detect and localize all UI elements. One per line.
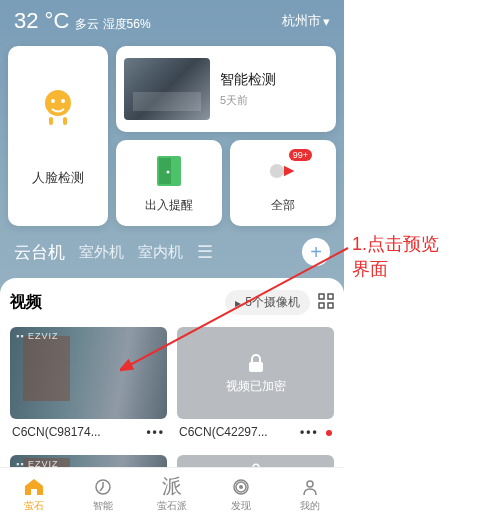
video-title-1: C6CN(C98174... [12,425,101,439]
feature-cards: 人脸检测 智能检测 5天前 出入提醒 [0,38,344,226]
camera-count-pill[interactable]: ▸ 5个摄像机 [225,290,310,315]
video-card-2[interactable]: 视频已加密 C6CN(C42297... ••• [177,327,334,445]
face-detect-label: 人脸检测 [32,169,84,187]
svg-rect-12 [328,303,333,308]
nav-smart-label: 智能 [93,499,113,513]
nav-mine[interactable]: 我的 [275,468,344,521]
camera-count: 5个摄像机 [245,294,300,311]
pai-icon: 派 [162,477,182,497]
locked-text: 视频已加密 [226,378,286,395]
annotation-line2: 界面 [352,257,439,282]
temperature: 32 °C [14,8,69,34]
smart-detect-card[interactable]: 智能检测 5天前 [116,46,336,132]
menu-icon[interactable]: ☰ [197,241,213,263]
svg-point-1 [51,99,55,103]
person-icon [301,477,319,497]
phone-screen: 32 °C 多云 湿度56% 杭州市 ▾ 人脸检测 智能检测 5天前 [0,0,344,521]
nav-home-label: 萤石 [24,499,44,513]
detect-time: 5天前 [220,93,276,108]
sheet-title: 视频 [10,292,42,313]
tab-outdoor[interactable]: 室外机 [79,243,124,262]
face-detect-card[interactable]: 人脸检测 [8,46,108,226]
svg-rect-13 [249,362,263,372]
add-button[interactable]: + [302,238,330,266]
svg-rect-3 [49,117,53,125]
svg-point-8 [270,163,284,177]
city-selector[interactable]: 杭州市 ▾ [282,12,330,30]
svg-point-19 [239,485,243,489]
video-card-1[interactable]: ▪▪ EZVIZ C6CN(C98174... ••• [10,327,167,445]
chevron-down-icon: ▾ [323,14,330,29]
face-icon [36,85,80,129]
discover-icon [232,477,250,497]
svg-rect-6 [159,158,171,184]
inout-label: 出入提醒 [145,197,193,214]
nav-pai-label: 萤石派 [157,499,187,513]
more-icon[interactable]: ••• [300,425,332,439]
nav-pai[interactable]: 派 萤石派 [138,468,207,521]
more-icon[interactable]: ••• [146,425,165,439]
bottom-nav: 萤石 智能 派 萤石派 发现 我的 [0,467,344,521]
video-preview-2[interactable]: 视频已加密 [177,327,334,419]
video-title-2: C6CN(C42297... [179,425,268,439]
svg-point-7 [167,170,170,173]
play-icon: ▸ [235,296,241,310]
svg-rect-15 [31,489,37,495]
detect-thumbnail [124,58,210,120]
inout-card[interactable]: 出入提醒 [116,140,222,226]
all-icon: 99+ [268,153,298,189]
grid-icon[interactable] [318,293,334,313]
svg-rect-11 [319,303,324,308]
svg-point-2 [61,99,65,103]
detect-title: 智能检测 [220,71,276,89]
svg-rect-10 [328,294,333,299]
video-preview-1[interactable]: ▪▪ EZVIZ [10,327,167,419]
annotation-text: 1.点击预览 界面 [352,232,439,282]
home-icon [23,477,45,497]
svg-rect-9 [319,294,324,299]
city-label: 杭州市 [282,12,321,30]
nav-discover[interactable]: 发现 [206,468,275,521]
tab-indoor[interactable]: 室内机 [138,243,183,262]
condition: 多云 湿度56% [75,16,150,33]
nav-mine-label: 我的 [300,499,320,513]
lock-icon [245,352,267,374]
notification-dot [326,430,332,436]
svg-rect-4 [63,117,67,125]
all-badge: 99+ [289,149,312,161]
all-card[interactable]: 99+ 全部 [230,140,336,226]
weather-bar: 32 °C 多云 湿度56% 杭州市 ▾ [0,0,344,38]
nav-smart[interactable]: 智能 [69,468,138,521]
door-icon [154,153,184,189]
nav-discover-label: 发现 [231,499,251,513]
weather-info: 32 °C 多云 湿度56% [14,8,151,34]
nav-home[interactable]: 萤石 [0,468,69,521]
annotation-line1: 1.点击预览 [352,232,439,257]
svg-point-20 [307,481,313,487]
tab-ptz[interactable]: 云台机 [14,241,65,264]
all-label: 全部 [271,197,295,214]
device-tabs: 云台机 室外机 室内机 ☰ + [0,226,344,274]
smart-icon [94,477,112,497]
ezviz-logo: ▪▪ EZVIZ [16,331,58,341]
